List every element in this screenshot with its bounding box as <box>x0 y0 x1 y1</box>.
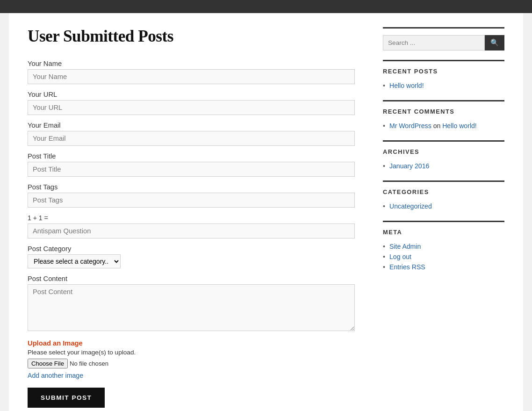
content-label: Post Content <box>28 275 355 282</box>
recent-comments-section: RECENT COMMENTS Mr WordPress on Hello wo… <box>383 100 504 131</box>
categories-divider <box>383 180 504 182</box>
search-divider <box>383 27 504 29</box>
post-title-label: Post Title <box>28 152 355 160</box>
category-group: Post Category Please select a category.. <box>28 245 355 268</box>
submit-post-form: Your Name Your URL Your Email Post Title <box>28 60 355 408</box>
search-section: 🔍 <box>383 27 504 50</box>
list-item: Site Admin <box>383 241 504 252</box>
recent-comments-title: RECENT COMMENTS <box>383 108 504 115</box>
list-item: Log out <box>383 252 504 262</box>
meta-site-admin-link[interactable]: Site Admin <box>389 243 421 250</box>
meta-list: Site Admin Log out Entries RSS <box>383 241 504 272</box>
url-group: Your URL <box>28 91 355 115</box>
upload-section: Upload an Image Please select your image… <box>28 339 355 388</box>
recent-post-link[interactable]: Hello world! <box>389 82 424 89</box>
archives-title: ARCHIVES <box>383 148 504 155</box>
antispam-input[interactable] <box>28 224 355 238</box>
archives-section: ARCHIVES January 2016 <box>383 140 504 171</box>
content-group: Post Content <box>28 275 355 333</box>
categories-section: CATEGORIES Uncategorized <box>383 180 504 211</box>
url-input[interactable] <box>28 100 355 115</box>
comment-author-link[interactable]: Mr WordPress <box>389 122 431 130</box>
list-item: January 2016 <box>383 161 504 171</box>
email-input[interactable] <box>28 131 355 146</box>
category-select[interactable]: Please select a category.. <box>28 254 121 268</box>
meta-divider <box>383 221 504 222</box>
search-button[interactable]: 🔍 <box>485 35 504 50</box>
main-content: User Submitted Posts Your Name Your URL … <box>28 27 355 408</box>
post-tags-label: Post Tags <box>28 183 355 191</box>
layout: User Submitted Posts Your Name Your URL … <box>28 27 504 408</box>
meta-section: META Site Admin Log out Entries RSS <box>383 221 504 272</box>
search-input[interactable] <box>383 35 485 50</box>
archives-divider <box>383 140 504 142</box>
url-label: Your URL <box>28 91 355 98</box>
categories-title: CATEGORIES <box>383 188 504 195</box>
list-item: Hello world! <box>383 80 504 91</box>
meta-entries-rss-link[interactable]: Entries RSS <box>389 263 425 271</box>
meta-title: META <box>383 229 504 236</box>
post-title-group: Post Title <box>28 152 355 177</box>
antispam-group: 1 + 1 = <box>28 214 355 238</box>
archives-list: January 2016 <box>383 161 504 171</box>
comment-on-text: on <box>433 122 443 130</box>
submit-section: SUBMIT POST <box>28 388 355 408</box>
comment-item: Mr WordPress on Hello world! <box>383 121 504 131</box>
name-group: Your Name <box>28 60 355 84</box>
upload-desc: Please select your image(s) to upload. <box>28 349 355 356</box>
search-row: 🔍 <box>383 35 504 50</box>
email-group: Your Email <box>28 122 355 146</box>
comment-post-link[interactable]: Hello world! <box>442 122 477 130</box>
top-bar <box>0 0 532 13</box>
name-input[interactable] <box>28 69 355 84</box>
list-item: Uncategorized <box>383 201 504 211</box>
file-input[interactable] <box>28 359 144 368</box>
search-icon: 🔍 <box>490 39 499 46</box>
category-link[interactable]: Uncategorized <box>389 202 432 210</box>
content-textarea[interactable] <box>28 284 355 331</box>
page-title: User Submitted Posts <box>28 27 355 46</box>
file-input-row <box>28 359 355 368</box>
post-tags-group: Post Tags <box>28 183 355 208</box>
recent-posts-section: RECENT POSTS Hello world! <box>383 60 504 91</box>
add-another-link[interactable]: Add another image <box>28 372 83 379</box>
recent-posts-divider <box>383 60 504 61</box>
name-label: Your Name <box>28 60 355 67</box>
post-title-input[interactable] <box>28 162 355 177</box>
upload-title: Upload an Image <box>28 339 355 347</box>
sidebar: 🔍 RECENT POSTS Hello world! RECENT COMME… <box>383 27 504 408</box>
category-label: Post Category <box>28 245 355 252</box>
recent-comments-divider <box>383 100 504 101</box>
recent-posts-title: RECENT POSTS <box>383 68 504 75</box>
submit-button[interactable]: SUBMIT POST <box>28 388 105 408</box>
page-wrapper: User Submitted Posts Your Name Your URL … <box>9 13 523 411</box>
meta-logout-link[interactable]: Log out <box>389 253 411 260</box>
recent-posts-list: Hello world! <box>383 80 504 91</box>
post-tags-input[interactable] <box>28 193 355 208</box>
email-label: Your Email <box>28 122 355 129</box>
antispam-label: 1 + 1 = <box>28 214 355 222</box>
categories-list: Uncategorized <box>383 201 504 211</box>
archive-link[interactable]: January 2016 <box>389 162 429 170</box>
list-item: Entries RSS <box>383 262 504 272</box>
